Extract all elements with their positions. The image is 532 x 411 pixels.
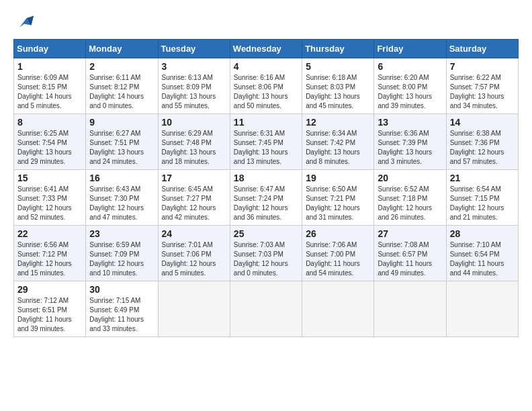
day-number: 27	[378, 228, 442, 239]
day-number: 3	[162, 61, 226, 72]
day-number: 19	[306, 173, 370, 183]
day-info-text: Sunrise: 6:27 AM Sunset: 7:51 PM Dayligh…	[89, 129, 154, 167]
day-info-text: Sunrise: 6:41 AM Sunset: 7:33 PM Dayligh…	[17, 185, 82, 222]
day-number: 12	[306, 117, 370, 128]
calendar-header-row: SundayMondayTuesdayWednesdayThursdayFrid…	[14, 40, 519, 58]
day-info-text: Sunrise: 6:18 AM Sunset: 8:03 PM Dayligh…	[306, 73, 370, 111]
day-number: 22	[17, 228, 82, 239]
calendar-day-cell: 7Sunrise: 6:22 AM Sunset: 7:57 PM Daylig…	[446, 58, 518, 114]
calendar-day-cell: 14Sunrise: 6:38 AM Sunset: 7:36 PM Dayli…	[446, 114, 518, 170]
calendar-day-cell: 20Sunrise: 6:52 AM Sunset: 7:18 PM Dayli…	[374, 170, 446, 226]
calendar-week-row: 22Sunrise: 6:56 AM Sunset: 7:12 PM Dayli…	[14, 226, 519, 281]
day-info-text: Sunrise: 6:31 AM Sunset: 7:45 PM Dayligh…	[234, 129, 298, 167]
weekday-header-thursday: Thursday	[302, 40, 374, 58]
day-info-text: Sunrise: 6:09 AM Sunset: 8:15 PM Dayligh…	[17, 73, 82, 111]
day-number: 8	[17, 117, 82, 128]
calendar-day-cell: 21Sunrise: 6:54 AM Sunset: 7:15 PM Dayli…	[446, 170, 518, 226]
day-number: 24	[162, 228, 226, 239]
day-info-text: Sunrise: 6:13 AM Sunset: 8:09 PM Dayligh…	[162, 73, 226, 111]
calendar-day-cell: 26Sunrise: 7:06 AM Sunset: 7:00 PM Dayli…	[302, 226, 374, 281]
day-info-text: Sunrise: 6:34 AM Sunset: 7:42 PM Dayligh…	[306, 129, 370, 167]
day-info-text: Sunrise: 6:16 AM Sunset: 8:06 PM Dayligh…	[234, 73, 298, 111]
calendar-day-cell: 17Sunrise: 6:45 AM Sunset: 7:27 PM Dayli…	[158, 170, 230, 226]
day-info-text: Sunrise: 6:11 AM Sunset: 8:12 PM Dayligh…	[89, 73, 154, 111]
day-info-text: Sunrise: 6:20 AM Sunset: 8:00 PM Dayligh…	[378, 73, 442, 111]
day-info-text: Sunrise: 6:59 AM Sunset: 7:09 PM Dayligh…	[89, 240, 154, 278]
day-number: 13	[378, 117, 442, 128]
weekday-header-sunday: Sunday	[14, 40, 86, 58]
calendar-day-cell: 24Sunrise: 7:01 AM Sunset: 7:06 PM Dayli…	[158, 226, 230, 281]
day-info-text: Sunrise: 6:52 AM Sunset: 7:18 PM Dayligh…	[378, 185, 442, 222]
day-info-text: Sunrise: 6:47 AM Sunset: 7:24 PM Dayligh…	[234, 185, 298, 222]
weekday-header-friday: Friday	[374, 40, 446, 58]
day-number: 9	[89, 117, 154, 128]
calendar-day-cell	[302, 281, 374, 337]
day-number: 26	[306, 228, 370, 239]
day-info-text: Sunrise: 7:10 AM Sunset: 6:54 PM Dayligh…	[450, 240, 515, 278]
calendar-day-cell: 5Sunrise: 6:18 AM Sunset: 8:03 PM Daylig…	[302, 58, 374, 114]
calendar-day-cell: 11Sunrise: 6:31 AM Sunset: 7:45 PM Dayli…	[230, 114, 302, 170]
day-info-text: Sunrise: 7:06 AM Sunset: 7:00 PM Dayligh…	[306, 240, 370, 278]
calendar-day-cell	[446, 281, 518, 337]
day-info-text: Sunrise: 7:12 AM Sunset: 6:51 PM Dayligh…	[17, 296, 82, 334]
day-info-text: Sunrise: 7:03 AM Sunset: 7:03 PM Dayligh…	[234, 240, 298, 278]
day-info-text: Sunrise: 6:36 AM Sunset: 7:39 PM Dayligh…	[378, 129, 442, 167]
day-info-text: Sunrise: 7:08 AM Sunset: 6:57 PM Dayligh…	[378, 240, 442, 278]
calendar-day-cell: 12Sunrise: 6:34 AM Sunset: 7:42 PM Dayli…	[302, 114, 374, 170]
day-info-text: Sunrise: 6:25 AM Sunset: 7:54 PM Dayligh…	[17, 129, 82, 167]
calendar-day-cell: 30Sunrise: 7:15 AM Sunset: 6:49 PM Dayli…	[86, 281, 158, 337]
day-info-text: Sunrise: 7:15 AM Sunset: 6:49 PM Dayligh…	[89, 296, 154, 334]
logo-bird-icon	[15, 13, 34, 32]
day-number: 29	[17, 284, 82, 295]
calendar-day-cell: 15Sunrise: 6:41 AM Sunset: 7:33 PM Dayli…	[14, 170, 86, 226]
day-number: 2	[89, 61, 154, 72]
calendar-day-cell: 1Sunrise: 6:09 AM Sunset: 8:15 PM Daylig…	[14, 58, 86, 114]
calendar-day-cell: 4Sunrise: 6:16 AM Sunset: 8:06 PM Daylig…	[230, 58, 302, 114]
calendar-day-cell: 18Sunrise: 6:47 AM Sunset: 7:24 PM Dayli…	[230, 170, 302, 226]
day-number: 16	[89, 173, 154, 183]
calendar-day-cell: 28Sunrise: 7:10 AM Sunset: 6:54 PM Dayli…	[446, 226, 518, 281]
day-number: 30	[89, 284, 154, 295]
day-number: 10	[162, 117, 226, 128]
calendar-week-row: 15Sunrise: 6:41 AM Sunset: 7:33 PM Dayli…	[14, 170, 519, 226]
day-number: 7	[450, 61, 515, 72]
day-info-text: Sunrise: 6:45 AM Sunset: 7:27 PM Dayligh…	[162, 185, 226, 222]
day-number: 28	[450, 228, 515, 239]
calendar-day-cell: 25Sunrise: 7:03 AM Sunset: 7:03 PM Dayli…	[230, 226, 302, 281]
calendar-day-cell: 19Sunrise: 6:50 AM Sunset: 7:21 PM Dayli…	[302, 170, 374, 226]
calendar-day-cell: 8Sunrise: 6:25 AM Sunset: 7:54 PM Daylig…	[14, 114, 86, 170]
calendar-table: SundayMondayTuesdayWednesdayThursdayFrid…	[13, 39, 519, 337]
day-number: 17	[162, 173, 226, 183]
calendar-day-cell: 6Sunrise: 6:20 AM Sunset: 8:00 PM Daylig…	[374, 58, 446, 114]
weekday-header-monday: Monday	[86, 40, 158, 58]
calendar-day-cell	[158, 281, 230, 337]
day-info-text: Sunrise: 6:50 AM Sunset: 7:21 PM Dayligh…	[306, 185, 370, 222]
calendar-day-cell: 2Sunrise: 6:11 AM Sunset: 8:12 PM Daylig…	[86, 58, 158, 114]
day-info-text: Sunrise: 6:43 AM Sunset: 7:30 PM Dayligh…	[89, 185, 154, 222]
weekday-header-saturday: Saturday	[446, 40, 518, 58]
day-number: 25	[234, 228, 298, 239]
day-number: 18	[234, 173, 298, 183]
calendar-day-cell	[374, 281, 446, 337]
calendar-day-cell: 16Sunrise: 6:43 AM Sunset: 7:30 PM Dayli…	[86, 170, 158, 226]
page-header	[13, 13, 519, 32]
day-number: 14	[450, 117, 515, 128]
day-info-text: Sunrise: 6:29 AM Sunset: 7:48 PM Dayligh…	[162, 129, 226, 167]
calendar-week-row: 29Sunrise: 7:12 AM Sunset: 6:51 PM Dayli…	[14, 281, 519, 337]
calendar-day-cell: 27Sunrise: 7:08 AM Sunset: 6:57 PM Dayli…	[374, 226, 446, 281]
calendar-week-row: 1Sunrise: 6:09 AM Sunset: 8:15 PM Daylig…	[14, 58, 519, 114]
calendar-week-row: 8Sunrise: 6:25 AM Sunset: 7:54 PM Daylig…	[14, 114, 519, 170]
calendar-day-cell: 22Sunrise: 6:56 AM Sunset: 7:12 PM Dayli…	[14, 226, 86, 281]
logo	[13, 13, 34, 32]
day-number: 23	[89, 228, 154, 239]
calendar-day-cell: 3Sunrise: 6:13 AM Sunset: 8:09 PM Daylig…	[158, 58, 230, 114]
calendar-day-cell: 10Sunrise: 6:29 AM Sunset: 7:48 PM Dayli…	[158, 114, 230, 170]
weekday-header-wednesday: Wednesday	[230, 40, 302, 58]
calendar-day-cell: 29Sunrise: 7:12 AM Sunset: 6:51 PM Dayli…	[14, 281, 86, 337]
calendar-day-cell: 13Sunrise: 6:36 AM Sunset: 7:39 PM Dayli…	[374, 114, 446, 170]
day-number: 5	[306, 61, 370, 72]
day-number: 21	[450, 173, 515, 183]
day-number: 4	[234, 61, 298, 72]
day-number: 6	[378, 61, 442, 72]
day-info-text: Sunrise: 6:54 AM Sunset: 7:15 PM Dayligh…	[450, 185, 515, 222]
